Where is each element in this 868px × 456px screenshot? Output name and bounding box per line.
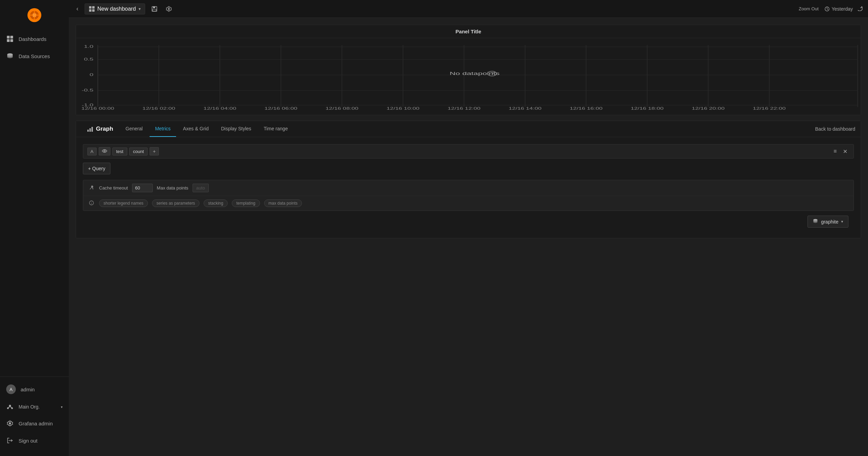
svg-text:12/16 00:00: 12/16 00:00 <box>82 107 115 110</box>
signout-label: Sign out <box>19 438 37 444</box>
svg-point-10 <box>11 408 13 409</box>
svg-rect-62 <box>91 127 93 132</box>
chips-row: i shorter legend names series as paramet… <box>83 196 854 210</box>
tab-time-range[interactable]: Time range <box>258 121 293 137</box>
tab-metrics-label: Metrics <box>155 126 171 131</box>
datasource-label: graphite <box>821 219 838 225</box>
chip-max-data-points[interactable]: max data points <box>264 199 302 207</box>
grid-icon <box>6 35 14 43</box>
sidebar-item-admin[interactable]: A admin <box>0 380 69 399</box>
gear-icon <box>6 420 14 427</box>
tab-axes-grid[interactable]: Axes & Grid <box>177 121 214 137</box>
main-content: ‹ New dashboard ▾ Zoom Out <box>69 0 868 456</box>
query-tag-test[interactable]: test <box>112 148 127 155</box>
tab-metrics[interactable]: Metrics <box>150 121 176 137</box>
chart-svg: 1.0 0.5 0 -0.5 -1.0 <box>76 42 861 110</box>
app-logo[interactable] <box>26 7 43 23</box>
dashboards-label: Dashboards <box>19 36 46 42</box>
time-range-button[interactable]: Yesterday <box>825 6 853 12</box>
svg-rect-61 <box>89 128 91 132</box>
tab-general-label: General <box>126 126 143 131</box>
sidebar-item-signout[interactable]: Sign out <box>0 432 69 449</box>
org-label: Main Org. <box>19 404 40 410</box>
svg-text:12/16 22:00: 12/16 22:00 <box>753 107 786 110</box>
svg-text:12/16 12:00: 12/16 12:00 <box>448 107 481 110</box>
query-close-button[interactable]: ✕ <box>841 148 849 155</box>
topbar-right: Zoom Out Yesterday <box>796 4 862 13</box>
refresh-button[interactable] <box>857 6 862 12</box>
tab-graph-label: Graph <box>96 126 113 132</box>
datasource-db-icon <box>813 219 818 225</box>
editor-panel: Graph General Metrics Axes & Grid Displa… <box>76 121 861 238</box>
svg-rect-60 <box>87 130 89 132</box>
svg-rect-5 <box>7 39 10 42</box>
tab-graph[interactable]: Graph <box>82 121 119 137</box>
sidebar-bottom: A admin Main Org. ▾ <box>0 380 69 456</box>
grafana-admin-label: Grafana admin <box>19 421 53 426</box>
chip-shorter-legend[interactable]: shorter legend names <box>99 199 148 207</box>
dashboard-title-button[interactable]: New dashboard ▾ <box>85 3 145 14</box>
dashboard-chevron-icon: ▾ <box>139 7 141 11</box>
svg-point-63 <box>104 150 105 152</box>
save-button[interactable] <box>149 4 160 14</box>
back-button[interactable]: ‹ <box>74 3 80 14</box>
signout-icon <box>6 437 14 444</box>
sidebar: Dashboards Data Sources A admin <box>0 0 69 456</box>
query-add-button[interactable]: + <box>150 147 159 155</box>
dashboard-grid-icon <box>89 6 95 12</box>
chip-templating[interactable]: templating <box>232 199 260 207</box>
svg-rect-6 <box>10 39 13 42</box>
tab-general[interactable]: General <box>120 121 148 137</box>
svg-text:12/16 10:00: 12/16 10:00 <box>387 107 420 110</box>
panel: Panel Title 1.0 0.5 0 -0.5 -1.0 <box>76 25 861 115</box>
svg-text:12/16 18:00: 12/16 18:00 <box>631 107 664 110</box>
chip-stacking[interactable]: stacking <box>204 199 228 207</box>
svg-point-8 <box>9 405 11 407</box>
svg-text:12/16 16:00: 12/16 16:00 <box>570 107 603 110</box>
datasource-button[interactable]: graphite ▾ <box>807 216 848 228</box>
tab-display-styles[interactable]: Display Styles <box>216 121 257 137</box>
cache-timeout-row: Cache timeout Max data points auto <box>83 180 854 196</box>
query-tag-count[interactable]: count <box>129 148 148 155</box>
sidebar-item-grafana-admin[interactable]: Grafana admin <box>0 415 69 432</box>
cache-timeout-input[interactable] <box>132 184 153 192</box>
svg-text:0.5: 0.5 <box>84 57 94 61</box>
tab-display-styles-label: Display Styles <box>221 126 251 131</box>
svg-rect-16 <box>153 7 155 8</box>
back-to-dashboard-link[interactable]: Back to dashboard <box>815 121 855 137</box>
zoom-out-button[interactable]: Zoom Out <box>796 4 821 13</box>
max-data-points-label: Max data points <box>157 185 188 191</box>
editor-tabs: Graph General Metrics Axes & Grid Displa… <box>76 121 861 137</box>
sidebar-item-org[interactable]: Main Org. ▾ <box>0 399 69 415</box>
time-range-label: Yesterday <box>832 6 853 12</box>
svg-text:12/16 08:00: 12/16 08:00 <box>326 107 359 110</box>
cache-timeout-label: Cache timeout <box>99 185 128 191</box>
settings-button[interactable] <box>164 4 174 14</box>
query-label: A <box>87 148 97 155</box>
info-icon: i <box>88 200 95 206</box>
org-chevron: ▾ <box>61 405 63 409</box>
content-area: Panel Title 1.0 0.5 0 -0.5 -1.0 <box>69 18 868 456</box>
options-section: Cache timeout Max data points auto i sho <box>83 180 854 211</box>
wrench-icon <box>88 185 95 191</box>
eye-icon[interactable] <box>99 147 110 155</box>
chip-series-as-params[interactable]: series as parameters <box>152 199 199 207</box>
query-menu-button[interactable]: ≡ <box>832 148 839 155</box>
max-data-points-input[interactable]: auto <box>193 184 209 192</box>
svg-text:12/16 02:00: 12/16 02:00 <box>142 107 175 110</box>
sidebar-item-dashboards[interactable]: Dashboards <box>0 30 69 47</box>
dashboard-title: New dashboard <box>97 6 136 12</box>
svg-text:?: ? <box>490 72 494 76</box>
zoom-out-label: Zoom Out <box>799 6 818 11</box>
svg-text:1.0: 1.0 <box>84 44 94 48</box>
svg-rect-17 <box>153 9 156 11</box>
datasource-row: graphite ▾ <box>83 211 854 231</box>
svg-point-13 <box>9 422 11 424</box>
add-query-button[interactable]: + Query <box>83 163 110 174</box>
sidebar-item-datasources[interactable]: Data Sources <box>0 47 69 65</box>
tab-axes-grid-label: Axes & Grid <box>183 126 209 131</box>
svg-text:12/16 04:00: 12/16 04:00 <box>204 107 237 110</box>
datasources-label: Data Sources <box>19 53 50 59</box>
add-query-label: + Query <box>88 166 105 171</box>
svg-text:12/16 06:00: 12/16 06:00 <box>264 107 297 110</box>
